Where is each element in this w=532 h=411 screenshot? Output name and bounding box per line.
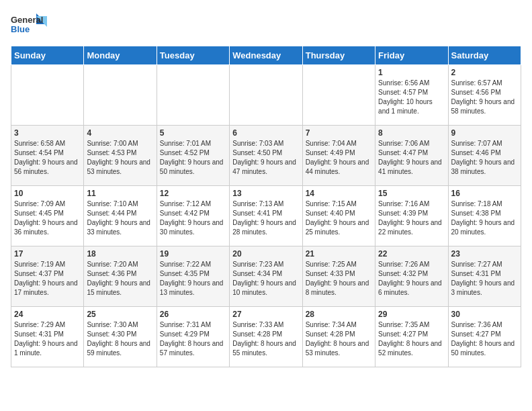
day-number: 4 [87,128,153,138]
calendar-cell: 23Sunrise: 7:27 AM Sunset: 4:31 PM Dayli… [448,246,521,307]
calendar-cell: 17Sunrise: 7:19 AM Sunset: 4:37 PM Dayli… [11,246,84,307]
weekday-header: Saturday [448,46,521,65]
logo: GeneralBlue [11,11,51,38]
day-info: Sunrise: 7:30 AM Sunset: 4:30 PM Dayligh… [87,320,153,358]
day-info: Sunrise: 7:07 AM Sunset: 4:46 PM Dayligh… [451,139,518,177]
day-number: 16 [451,189,518,198]
day-info: Sunrise: 7:27 AM Sunset: 4:31 PM Dayligh… [451,260,518,298]
weekday-header: Friday [375,46,448,65]
weekday-header: Tuesday [157,46,229,65]
day-number: 17 [14,249,81,259]
day-info: Sunrise: 6:58 AM Sunset: 4:54 PM Dayligh… [14,139,81,177]
day-info: Sunrise: 6:56 AM Sunset: 4:57 PM Dayligh… [378,79,445,116]
weekday-header-row: SundayMondayTuesdayWednesdayThursdayFrid… [11,46,521,65]
calendar-week-row: 17Sunrise: 7:19 AM Sunset: 4:37 PM Dayli… [11,246,521,307]
day-number: 20 [232,249,299,259]
weekday-header: Wednesday [230,46,302,65]
calendar-cell: 11Sunrise: 7:10 AM Sunset: 4:44 PM Dayli… [84,186,157,246]
calendar-cell: 29Sunrise: 7:35 AM Sunset: 4:27 PM Dayli… [375,307,448,367]
calendar-week-row: 3Sunrise: 6:58 AM Sunset: 4:54 PM Daylig… [11,126,521,186]
calendar-cell [230,65,302,126]
day-number: 3 [14,128,81,138]
day-info: Sunrise: 7:25 AM Sunset: 4:33 PM Dayligh… [306,260,372,298]
day-number: 29 [378,310,445,319]
day-info: Sunrise: 7:19 AM Sunset: 4:37 PM Dayligh… [14,260,81,298]
day-number: 24 [14,310,81,319]
day-info: Sunrise: 7:34 AM Sunset: 4:28 PM Dayligh… [306,320,372,358]
day-info: Sunrise: 7:26 AM Sunset: 4:32 PM Dayligh… [378,260,445,298]
day-number: 6 [232,128,299,138]
day-number: 26 [160,310,226,319]
day-number: 18 [87,249,153,259]
day-number: 11 [87,189,153,198]
day-info: Sunrise: 7:00 AM Sunset: 4:53 PM Dayligh… [87,139,153,177]
day-number: 14 [306,189,372,198]
calendar-cell: 7Sunrise: 7:04 AM Sunset: 4:49 PM Daylig… [302,126,375,186]
day-number: 23 [451,249,518,259]
calendar-cell: 1Sunrise: 6:56 AM Sunset: 4:57 PM Daylig… [375,65,448,126]
page-header: GeneralBlue [11,11,521,38]
day-number: 12 [160,189,226,198]
day-number: 15 [378,189,445,198]
calendar-cell: 4Sunrise: 7:00 AM Sunset: 4:53 PM Daylig… [84,126,157,186]
calendar-cell: 12Sunrise: 7:12 AM Sunset: 4:42 PM Dayli… [157,186,229,246]
calendar-cell: 18Sunrise: 7:20 AM Sunset: 4:36 PM Dayli… [84,246,157,307]
calendar-cell [157,65,229,126]
day-number: 28 [306,310,372,319]
day-number: 9 [451,128,518,138]
day-info: Sunrise: 7:09 AM Sunset: 4:45 PM Dayligh… [14,199,81,237]
day-info: Sunrise: 7:20 AM Sunset: 4:36 PM Dayligh… [87,260,153,298]
calendar-cell: 5Sunrise: 7:01 AM Sunset: 4:52 PM Daylig… [157,126,229,186]
day-number: 30 [451,310,518,319]
calendar-cell [84,65,157,126]
calendar-cell: 27Sunrise: 7:33 AM Sunset: 4:28 PM Dayli… [230,307,302,367]
calendar-cell: 10Sunrise: 7:09 AM Sunset: 4:45 PM Dayli… [11,186,84,246]
calendar-cell: 25Sunrise: 7:30 AM Sunset: 4:30 PM Dayli… [84,307,157,367]
day-number: 7 [306,128,372,138]
calendar-cell: 21Sunrise: 7:25 AM Sunset: 4:33 PM Dayli… [302,246,375,307]
calendar-cell: 13Sunrise: 7:13 AM Sunset: 4:41 PM Dayli… [230,186,302,246]
day-number: 2 [451,68,518,77]
day-info: Sunrise: 7:33 AM Sunset: 4:28 PM Dayligh… [232,320,299,358]
calendar-cell: 28Sunrise: 7:34 AM Sunset: 4:28 PM Dayli… [302,307,375,367]
weekday-header: Thursday [302,46,375,65]
calendar-cell: 2Sunrise: 6:57 AM Sunset: 4:56 PM Daylig… [448,65,521,126]
weekday-header: Sunday [11,46,84,65]
day-info: Sunrise: 7:35 AM Sunset: 4:27 PM Dayligh… [378,320,445,358]
day-info: Sunrise: 7:04 AM Sunset: 4:49 PM Dayligh… [306,139,372,177]
calendar-cell: 14Sunrise: 7:15 AM Sunset: 4:40 PM Dayli… [302,186,375,246]
day-info: Sunrise: 7:13 AM Sunset: 4:41 PM Dayligh… [232,199,299,237]
day-info: Sunrise: 7:22 AM Sunset: 4:35 PM Dayligh… [160,260,226,298]
day-number: 25 [87,310,153,319]
weekday-header: Monday [84,46,157,65]
calendar-table: SundayMondayTuesdayWednesdayThursdayFrid… [11,46,521,367]
day-info: Sunrise: 7:29 AM Sunset: 4:31 PM Dayligh… [14,320,81,358]
calendar-cell: 3Sunrise: 6:58 AM Sunset: 4:54 PM Daylig… [11,126,84,186]
calendar-cell: 15Sunrise: 7:16 AM Sunset: 4:39 PM Dayli… [375,186,448,246]
calendar-cell [11,65,84,126]
calendar-cell: 24Sunrise: 7:29 AM Sunset: 4:31 PM Dayli… [11,307,84,367]
day-number: 21 [306,249,372,259]
day-info: Sunrise: 7:16 AM Sunset: 4:39 PM Dayligh… [378,199,445,237]
calendar-cell: 8Sunrise: 7:06 AM Sunset: 4:47 PM Daylig… [375,126,448,186]
calendar-cell [302,65,375,126]
calendar-cell: 19Sunrise: 7:22 AM Sunset: 4:35 PM Dayli… [157,246,229,307]
day-info: Sunrise: 7:18 AM Sunset: 4:38 PM Dayligh… [451,199,518,237]
logo-icon: GeneralBlue [11,11,51,38]
day-number: 19 [160,249,226,259]
day-info: Sunrise: 7:36 AM Sunset: 4:27 PM Dayligh… [451,320,518,358]
calendar-week-row: 24Sunrise: 7:29 AM Sunset: 4:31 PM Dayli… [11,307,521,367]
day-info: Sunrise: 7:03 AM Sunset: 4:50 PM Dayligh… [232,139,299,177]
day-number: 1 [378,68,445,77]
day-number: 13 [232,189,299,198]
calendar-cell: 22Sunrise: 7:26 AM Sunset: 4:32 PM Dayli… [375,246,448,307]
day-number: 27 [232,310,299,319]
calendar-cell: 20Sunrise: 7:23 AM Sunset: 4:34 PM Dayli… [230,246,302,307]
day-info: Sunrise: 7:01 AM Sunset: 4:52 PM Dayligh… [160,139,226,177]
calendar-week-row: 1Sunrise: 6:56 AM Sunset: 4:57 PM Daylig… [11,65,521,126]
calendar-cell: 30Sunrise: 7:36 AM Sunset: 4:27 PM Dayli… [448,307,521,367]
day-info: Sunrise: 7:23 AM Sunset: 4:34 PM Dayligh… [232,260,299,298]
calendar-cell: 26Sunrise: 7:31 AM Sunset: 4:29 PM Dayli… [157,307,229,367]
day-info: Sunrise: 7:10 AM Sunset: 4:44 PM Dayligh… [87,199,153,237]
day-number: 8 [378,128,445,138]
